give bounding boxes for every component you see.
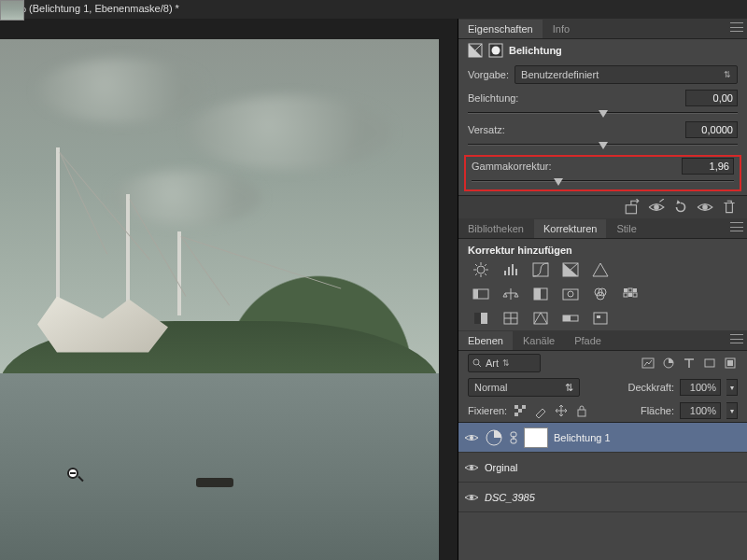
svg-rect-31 xyxy=(534,313,547,324)
adjustments-tabbar: Bibliotheken Korrekturen Stile xyxy=(458,218,747,239)
selective-color-icon[interactable] xyxy=(591,310,610,327)
document-image xyxy=(0,39,439,560)
gamma-slider[interactable] xyxy=(472,175,734,188)
preset-dropdown[interactable]: Benutzerdefiniert ⇅ xyxy=(514,65,738,84)
gradient-map-icon[interactable] xyxy=(561,310,580,327)
lock-pixels-icon[interactable] xyxy=(533,403,548,418)
color-lookup-icon[interactable] xyxy=(621,286,640,302)
properties-body: Belichtung Vorgabe: Benutzerdefiniert ⇅ … xyxy=(458,39,747,218)
lock-label: Fixieren: xyxy=(468,405,507,416)
filter-pixel-icon[interactable] xyxy=(641,356,655,371)
svg-point-2 xyxy=(492,47,500,55)
svg-rect-23 xyxy=(628,288,632,292)
color-balance-icon[interactable] xyxy=(501,286,520,302)
brightness-contrast-icon[interactable] xyxy=(472,261,490,278)
lock-transparency-icon[interactable] xyxy=(513,403,528,418)
tab-eigenschaften[interactable]: Eigenschaften xyxy=(458,20,543,38)
adjustments-body: Korrektur hinzufügen xyxy=(458,239,747,330)
layer-name[interactable]: Orginal xyxy=(485,462,517,473)
layer-row-dsc3985[interactable]: DSC_3985 xyxy=(458,483,747,512)
opacity-label: Deckkraft: xyxy=(627,382,674,393)
filter-shape-icon[interactable] xyxy=(702,356,717,371)
layer-mask-thumbnail[interactable] xyxy=(524,427,548,448)
properties-tabbar: Eigenschaften Info xyxy=(458,19,747,39)
layer-name[interactable]: DSC_3985 xyxy=(485,492,535,503)
exposure-icon[interactable] xyxy=(561,261,580,278)
exposure-adjustment-icon xyxy=(468,43,483,58)
lock-all-icon[interactable] xyxy=(574,403,589,418)
visibility-toggle-icon[interactable] xyxy=(464,490,479,505)
filter-smartobject-icon[interactable] xyxy=(723,356,738,371)
filter-type-icon[interactable] xyxy=(682,356,697,371)
layer-name[interactable]: Belichtung 1 xyxy=(554,432,611,443)
exposure-slider[interactable] xyxy=(468,106,738,119)
tab-info[interactable]: Info xyxy=(543,20,579,38)
visibility-toggle-icon[interactable] xyxy=(464,460,479,475)
reset-icon[interactable] xyxy=(672,200,689,215)
black-white-icon[interactable] xyxy=(531,286,550,302)
svg-rect-46 xyxy=(578,410,585,416)
opacity-value[interactable]: 100% xyxy=(680,379,721,396)
svg-point-51 xyxy=(470,466,473,469)
filter-adjustment-icon[interactable] xyxy=(661,356,676,371)
panels-column: Eigenschaften Info Belichtung Vorgabe: B… xyxy=(458,19,747,560)
layers-tabbar: Ebenen Kanäle Pfade xyxy=(458,330,747,351)
posterize-icon[interactable] xyxy=(501,310,520,327)
offset-slider[interactable] xyxy=(468,138,738,151)
layer-filter-label: Art xyxy=(486,357,499,369)
view-previous-icon[interactable] xyxy=(648,200,665,215)
document-title: 25% (Belichtung 1, Ebenenmaske/8) * xyxy=(0,0,747,19)
photo-filter-icon[interactable] xyxy=(561,286,580,302)
exposure-label: Belichtung: xyxy=(468,92,680,104)
canvas[interactable] xyxy=(0,19,458,560)
properties-flyout-menu[interactable] xyxy=(730,22,743,32)
tab-ebenen[interactable]: Ebenen xyxy=(458,331,513,350)
vibrance-icon[interactable] xyxy=(591,261,610,278)
svg-rect-42 xyxy=(514,405,518,409)
layers-flyout-menu[interactable] xyxy=(730,334,743,343)
svg-rect-44 xyxy=(522,405,526,409)
chevron-updown-icon: ⇅ xyxy=(724,70,731,79)
adjustments-flyout-menu[interactable] xyxy=(730,222,743,231)
layer-filter-dropdown[interactable]: Art ⇅ xyxy=(468,354,541,372)
svg-point-47 xyxy=(470,436,473,440)
hue-saturation-icon[interactable] xyxy=(472,286,490,302)
svg-point-5 xyxy=(702,204,708,210)
delete-icon[interactable] xyxy=(721,200,738,215)
fill-chevron[interactable]: ▾ xyxy=(726,402,738,419)
svg-rect-41 xyxy=(727,360,733,366)
visibility-toggle-icon[interactable] xyxy=(464,430,479,445)
preset-label: Vorgabe: xyxy=(468,69,509,80)
channel-mixer-icon[interactable] xyxy=(591,286,610,302)
opacity-chevron[interactable]: ▾ xyxy=(726,379,738,396)
svg-rect-27 xyxy=(633,293,637,297)
mask-icon[interactable] xyxy=(488,43,503,58)
fill-value[interactable]: 100% xyxy=(680,402,721,419)
levels-icon[interactable] xyxy=(501,261,520,278)
offset-label: Versatz: xyxy=(468,124,680,135)
invert-icon[interactable] xyxy=(472,310,490,327)
mask-link-icon[interactable] xyxy=(509,430,518,445)
toggle-visibility-icon[interactable] xyxy=(697,200,713,215)
blend-mode-dropdown[interactable]: Normal ⇅ xyxy=(468,378,580,397)
svg-rect-3 xyxy=(626,205,636,214)
layer-thumbnail[interactable] xyxy=(0,0,24,21)
tab-korrekturen[interactable]: Korrekturen xyxy=(534,219,606,238)
lock-position-icon[interactable] xyxy=(554,403,569,418)
curves-icon[interactable] xyxy=(531,261,550,278)
threshold-icon[interactable] xyxy=(531,310,550,327)
svg-rect-35 xyxy=(597,315,600,318)
tab-stile[interactable]: Stile xyxy=(607,219,645,238)
svg-rect-14 xyxy=(473,289,478,299)
clip-to-layer-icon[interactable] xyxy=(624,200,641,215)
tab-kanaele[interactable]: Kanäle xyxy=(514,331,564,350)
tab-bibliotheken[interactable]: Bibliotheken xyxy=(458,219,533,238)
exposure-value[interactable]: 0,00 xyxy=(685,90,738,106)
svg-rect-10 xyxy=(515,269,517,275)
gamma-value[interactable]: 1,96 xyxy=(682,158,734,175)
layer-row-orginal[interactable]: Orginal xyxy=(458,453,747,483)
offset-value[interactable]: 0,0000 xyxy=(685,121,738,138)
preset-value: Benutzerdefiniert xyxy=(521,69,599,80)
tab-pfade[interactable]: Pfade xyxy=(565,331,611,350)
layer-row-belichtung[interactable]: Belichtung 1 xyxy=(458,423,747,453)
